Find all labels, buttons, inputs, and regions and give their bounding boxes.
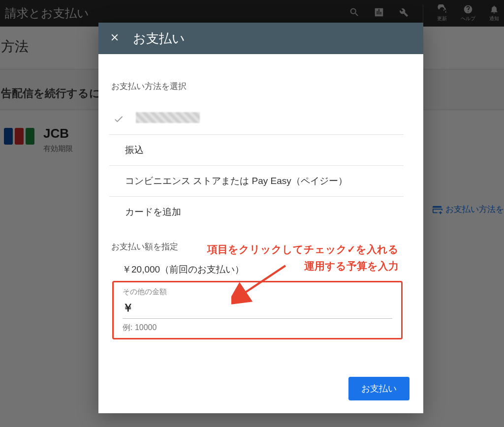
payment-method-label: 振込 [112,144,144,156]
currency-symbol: ￥ [123,301,133,315]
modal-footer: お支払い [98,368,423,413]
amount-input[interactable] [137,304,392,314]
modal-body: お支払い方法を選択 振込 コンビニエンス ストアまたは Pay Easy（ペイジ… [98,54,423,368]
payment-method-option[interactable]: コンビニエンス ストアまたは Pay Easy（ペイジー） [109,165,404,196]
close-icon[interactable] [109,32,120,45]
amount-section: お支払い額を指定 ￥20,000（前回のお支払い） その他の金額 ￥ 例: 10… [111,241,404,339]
payment-method-option[interactable]: 振込 [109,134,404,165]
payment-method-label: カードを追加 [112,206,181,218]
pay-button[interactable]: お支払い [348,377,410,400]
check-icon [112,114,125,124]
modal-header: お支払い [98,23,423,54]
payment-method-list: 振込 コンビニエンス ストアまたは Pay Easy（ペイジー） カードを追加 [109,103,404,227]
payment-modal: お支払い お支払い方法を選択 振込 コンビニエンス ストアまたは Pay Eas… [98,23,423,413]
previous-amount[interactable]: ￥20,000（前回のお支払い） [122,263,404,276]
payment-method-label [136,112,200,125]
modal-title: お支払い [133,30,185,47]
amount-section-label: お支払い額を指定 [111,241,404,252]
redacted-text [136,112,200,123]
other-amount-box[interactable]: その他の金額 ￥ 例: 10000 [112,281,403,339]
payment-method-label: コンビニエンス ストアまたは Pay Easy（ペイジー） [112,175,347,187]
amount-example: 例: 10000 [123,323,392,333]
select-method-label: お支払い方法を選択 [111,81,404,92]
other-amount-label: その他の金額 [123,287,392,297]
payment-method-option[interactable]: カードを追加 [109,196,404,227]
payment-method-option[interactable] [109,103,404,134]
